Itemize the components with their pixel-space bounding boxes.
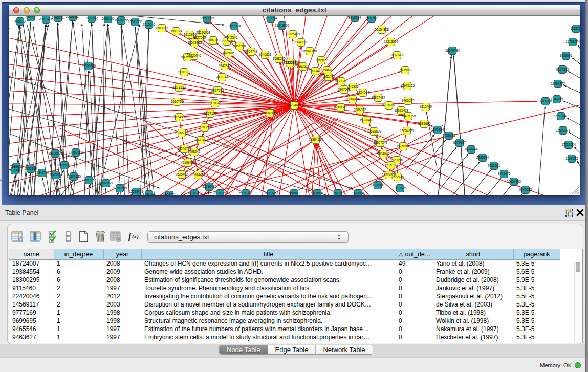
svg-text:10973493: 10973493 (390, 53, 404, 57)
svg-text:8660124: 8660124 (170, 29, 183, 33)
svg-text:9227342: 9227342 (556, 68, 569, 71)
svg-text:1990448: 1990448 (309, 69, 322, 73)
svg-text:8813054: 8813054 (349, 16, 361, 19)
svg-text:23226058: 23226058 (196, 31, 210, 34)
svg-text:8170041: 8170041 (209, 101, 222, 105)
svg-text:2766711: 2766711 (52, 16, 64, 19)
svg-text:6280841: 6280841 (335, 105, 347, 109)
svg-text:9146821: 9146821 (259, 53, 272, 56)
svg-text:9924501: 9924501 (311, 191, 324, 195)
svg-text:17010504: 17010504 (561, 143, 576, 146)
svg-text:7357224: 7357224 (228, 24, 241, 28)
svg-text:1120796: 1120796 (390, 158, 403, 162)
svg-text:7632621: 7632621 (488, 164, 500, 167)
svg-text:2245012: 2245012 (288, 191, 301, 195)
svg-text:9474444: 9474444 (465, 147, 478, 151)
svg-text:10782759: 10782759 (113, 186, 127, 190)
svg-text:1145194: 1145194 (50, 173, 62, 177)
svg-text:1113254: 1113254 (570, 27, 580, 30)
svg-text:10025438: 10025438 (394, 108, 408, 112)
svg-text:1156819: 1156819 (25, 167, 37, 170)
svg-text:6216001: 6216001 (383, 103, 396, 107)
svg-text:9699695: 9699695 (418, 122, 431, 125)
svg-text:19218506: 19218506 (275, 24, 289, 27)
svg-text:2803144: 2803144 (216, 75, 229, 79)
svg-text:8126341: 8126341 (188, 191, 201, 195)
svg-text:10653267: 10653267 (66, 16, 80, 18)
svg-text:16914479: 16914479 (191, 173, 205, 177)
svg-text:10654122: 10654122 (507, 180, 521, 183)
svg-text:9427552: 9427552 (211, 89, 224, 92)
svg-text:12213967: 12213967 (384, 40, 398, 43)
svg-text:1167533: 1167533 (565, 157, 578, 160)
svg-text:5571002: 5571002 (239, 191, 252, 195)
svg-text:7542546: 7542546 (225, 36, 238, 39)
svg-text:6794028: 6794028 (321, 68, 334, 72)
svg-text:19384554: 19384554 (309, 138, 323, 141)
svg-text:18807249: 18807249 (373, 141, 387, 144)
svg-text:10543362: 10543362 (187, 41, 202, 45)
svg-text:15692971: 15692971 (556, 128, 570, 132)
svg-text:15720407: 15720407 (359, 118, 374, 122)
svg-text:14136141: 14136141 (371, 183, 385, 187)
svg-text:17957255: 17957255 (82, 178, 96, 182)
svg-text:13325419: 13325419 (286, 32, 300, 36)
svg-text:17359924: 17359924 (69, 150, 83, 154)
svg-text:6679197: 6679197 (453, 141, 466, 144)
svg-text:2935114: 2935114 (476, 156, 489, 159)
svg-text:9084047: 9084047 (377, 152, 390, 156)
svg-text:9905571: 9905571 (25, 16, 37, 19)
svg-text:13716485: 13716485 (202, 185, 216, 188)
svg-text:16154808: 16154808 (375, 28, 389, 31)
svg-text:16648784: 16648784 (445, 49, 460, 52)
svg-text:12505135: 12505135 (67, 174, 81, 178)
svg-text:1672004: 1672004 (352, 191, 365, 195)
svg-text:(x): (x) (132, 233, 139, 240)
svg-text:7515546: 7515546 (143, 23, 156, 26)
svg-text:40199483: 40199483 (181, 161, 195, 164)
svg-text:10093457: 10093457 (264, 191, 278, 195)
svg-text:5267130: 5267130 (204, 112, 217, 115)
svg-text:3875685: 3875685 (222, 51, 235, 55)
svg-text:8471676: 8471676 (498, 172, 511, 176)
svg-text:7986322: 7986322 (354, 108, 366, 112)
svg-text:10807487: 10807487 (371, 96, 385, 99)
svg-text:9327505: 9327505 (221, 39, 233, 43)
svg-text:13654923: 13654923 (400, 129, 414, 133)
svg-text:12353594: 12353594 (198, 125, 212, 129)
svg-text:8813054: 8813054 (265, 16, 277, 20)
svg-text:7663822: 7663822 (156, 26, 168, 30)
svg-text:2718170: 2718170 (178, 70, 191, 74)
svg-text:16210643: 16210643 (554, 114, 568, 118)
svg-text:2687682: 2687682 (365, 16, 378, 20)
svg-text:16958127: 16958127 (99, 181, 113, 185)
svg-text:8322037: 8322037 (284, 61, 296, 64)
svg-text:23002175: 23002175 (263, 111, 277, 115)
svg-text:8186328: 8186328 (207, 38, 220, 42)
svg-text:3301257: 3301257 (332, 191, 344, 195)
svg-text:6807508: 6807508 (338, 87, 351, 91)
svg-text:1640954: 1640954 (431, 128, 444, 132)
svg-text:3824564: 3824564 (357, 91, 369, 94)
svg-text:7485063: 7485063 (399, 68, 412, 72)
svg-text:3915441: 3915441 (9, 168, 21, 172)
svg-text:9115460: 9115460 (420, 105, 432, 108)
svg-text:1221338: 1221338 (173, 85, 186, 89)
svg-text:90975887: 90975887 (57, 163, 72, 167)
svg-text:12342737: 12342737 (35, 171, 49, 174)
svg-text:1615132: 1615132 (385, 163, 398, 167)
svg-text:2236721: 2236721 (214, 191, 227, 195)
svg-text:1610755: 1610755 (171, 100, 184, 103)
svg-text:18640910: 18640910 (294, 40, 308, 44)
svg-text:20364436: 20364436 (345, 97, 360, 101)
svg-text:2522140: 2522140 (391, 175, 404, 179)
svg-text:15751074: 15751074 (565, 40, 580, 43)
svg-text:9657771: 9657771 (163, 193, 176, 195)
svg-text:1621072: 1621072 (322, 75, 335, 78)
svg-text:9327509: 9327509 (193, 36, 206, 39)
svg-text:8878342: 8878342 (195, 138, 208, 142)
svg-text:9777169: 9777169 (335, 79, 348, 83)
svg-text:1588520: 1588520 (273, 57, 286, 60)
svg-text:1362615: 1362615 (297, 64, 310, 68)
svg-text:9242845: 9242845 (219, 64, 231, 68)
